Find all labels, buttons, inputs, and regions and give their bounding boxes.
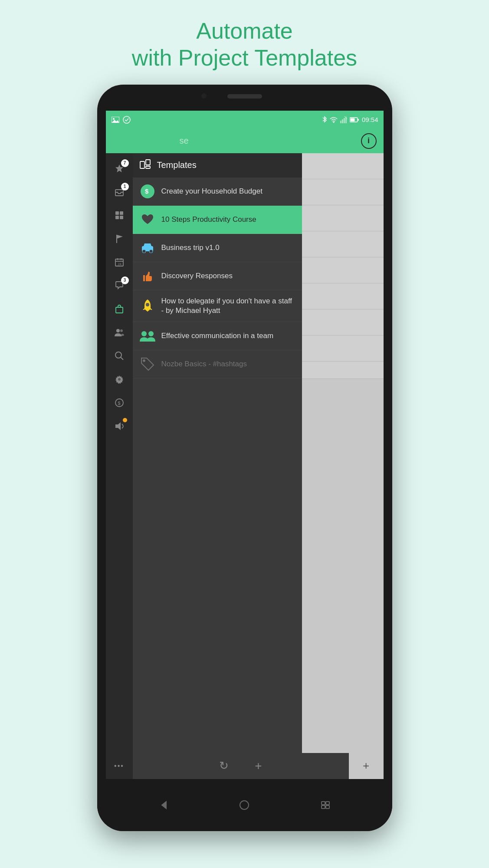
bottom-right-add[interactable]: + (349, 753, 384, 779)
check-circle-icon (122, 115, 131, 124)
svg-rect-37 (146, 160, 150, 165)
svg-rect-38 (146, 166, 150, 168)
svg-text:24: 24 (118, 263, 121, 266)
car-icon (140, 240, 155, 256)
template-item-productivity-course[interactable]: 10 Steps Productivity Course (133, 206, 302, 234)
bottom-left-menu[interactable]: ••• (106, 753, 133, 779)
templates-header: Templates (133, 153, 302, 178)
sidebar: 7 1 (106, 153, 133, 753)
svg-point-27 (116, 329, 120, 332)
inbox-badge: 1 (121, 183, 129, 191)
speaker-notification-dot (123, 418, 127, 422)
dollar-circle-icon: $ (140, 184, 155, 199)
svg-rect-52 (326, 802, 329, 805)
sidebar-item-chat[interactable]: 3 (108, 275, 131, 296)
phone-nav (97, 779, 392, 831)
template-item-delegate[interactable]: How to delegate if you don't have a staf… (133, 290, 302, 322)
svg-marker-2 (112, 120, 119, 123)
star-badge: 7 (121, 159, 129, 167)
svg-marker-42 (144, 243, 151, 246)
sidebar-item-dollar[interactable]: $ (108, 392, 131, 414)
nav-recent-button[interactable] (317, 796, 334, 814)
phone-screen: 09:54 se i 7 (106, 111, 384, 779)
headline: Automate with Project Templates (132, 17, 357, 72)
sidebar-item-calendar[interactable]: 24 (108, 251, 131, 273)
template-name-business-trip: Business trip v1.0 (161, 243, 220, 253)
svg-point-1 (113, 118, 115, 120)
svg-point-3 (123, 116, 130, 123)
svg-text:$: $ (118, 400, 120, 405)
templates-panel: Templates $ Create your Household Budget (133, 153, 302, 753)
svg-marker-49 (162, 802, 166, 809)
headline-line2: with Project Templates (132, 45, 357, 70)
main-area: 7 1 (106, 153, 384, 753)
sidebar-item-people[interactable] (108, 322, 131, 343)
svg-point-43 (142, 250, 146, 253)
people-icon (140, 328, 155, 344)
bottom-center-actions: ↻ + (133, 753, 349, 779)
svg-marker-20 (117, 235, 123, 239)
sidebar-item-speaker[interactable] (108, 415, 131, 437)
status-left-icons (111, 115, 131, 124)
svg-point-46 (141, 331, 147, 336)
more-button[interactable]: ••• (114, 762, 124, 770)
svg-rect-26 (116, 307, 123, 313)
svg-rect-54 (326, 806, 329, 809)
sidebar-item-bag[interactable] (108, 298, 131, 320)
template-item-nozbe-basics[interactable]: Nozbe Basics - #hashtags (133, 350, 302, 378)
sidebar-item-inbox[interactable]: 1 (108, 181, 131, 203)
svg-text:$: $ (145, 187, 149, 195)
svg-point-48 (143, 359, 145, 362)
svg-rect-51 (322, 802, 325, 805)
template-item-business-trip[interactable]: Business trip v1.0 (133, 234, 302, 262)
templates-icon (140, 159, 151, 171)
sidebar-item-flag[interactable] (108, 228, 131, 250)
svg-point-44 (149, 250, 153, 253)
svg-rect-5 (340, 121, 341, 123)
svg-point-47 (148, 331, 154, 336)
rocket-icon (140, 298, 155, 314)
svg-rect-12 (358, 119, 359, 121)
thumbs-up-icon (140, 268, 155, 284)
svg-rect-18 (120, 216, 123, 219)
add-button-center[interactable]: + (255, 759, 262, 773)
template-item-effective-communication[interactable]: Effective communication in a team (133, 322, 302, 350)
template-name-productivity: 10 Steps Productivity Course (161, 215, 256, 224)
svg-rect-15 (115, 211, 119, 215)
refresh-button[interactable]: ↻ (219, 759, 229, 773)
phone-device: 09:54 se i 7 (97, 85, 392, 831)
sidebar-item-settings[interactable] (108, 368, 131, 390)
svg-rect-14 (115, 190, 123, 196)
template-name-nozbe: Nozbe Basics - #hashtags (161, 359, 247, 369)
add-button-right[interactable]: + (363, 759, 369, 773)
template-item-household-budget[interactable]: $ Create your Household Budget (133, 178, 302, 206)
svg-point-50 (240, 801, 249, 809)
image-icon (111, 115, 120, 124)
partial-title: se (180, 136, 189, 146)
svg-point-4 (333, 122, 334, 123)
template-item-discovery-responses[interactable]: Discovery Responses (133, 262, 302, 290)
phone-speaker (227, 94, 262, 99)
nav-home-button[interactable] (236, 796, 253, 814)
tag-icon (140, 356, 155, 372)
info-button[interactable]: i (361, 133, 377, 149)
template-name-communication: Effective communication in a team (161, 331, 274, 341)
bottom-bar: ••• ↻ + + (106, 753, 384, 779)
template-name-household: Create your Household Budget (161, 187, 263, 196)
svg-line-30 (121, 357, 123, 360)
sidebar-item-star[interactable]: 7 (108, 158, 131, 179)
svg-rect-53 (322, 806, 325, 809)
sidebar-item-search[interactable] (108, 345, 131, 367)
chat-badge: 3 (121, 276, 129, 284)
app-header: se i (106, 129, 384, 153)
phone-camera (201, 93, 207, 99)
svg-marker-35 (115, 422, 121, 430)
svg-rect-36 (140, 161, 144, 168)
nav-back-button[interactable] (155, 796, 172, 814)
heart-icon (140, 212, 155, 227)
status-bar: 09:54 (106, 111, 384, 129)
svg-rect-16 (120, 211, 123, 215)
status-right-icons: 09:54 (322, 116, 378, 124)
sidebar-item-grid[interactable] (108, 204, 131, 226)
svg-rect-7 (344, 118, 345, 123)
